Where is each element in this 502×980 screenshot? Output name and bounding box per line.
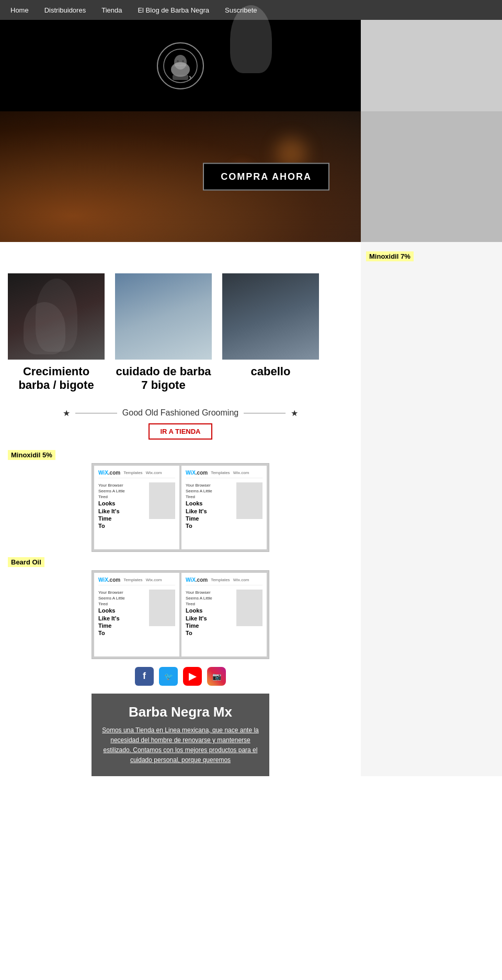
hero-section: COMPRA AHORA xyxy=(0,111,361,242)
nav-home[interactable]: Home xyxy=(10,6,29,14)
tienda-btn-wrap: IR A TIENDA xyxy=(0,423,361,440)
svg-point-2 xyxy=(174,55,187,70)
wix-text-1: Your BrowserSeems A LittleTired LooksLik… xyxy=(98,482,146,530)
logo xyxy=(157,42,204,89)
footer-description: Somos una Tienda en Linea mexicana, que … xyxy=(99,725,261,766)
wix-frame-4: WiX.com Templates Wix.com Your BrowserSe… xyxy=(181,573,267,656)
nav-distribuidores[interactable]: Distribuidores xyxy=(44,6,86,14)
ir-a-tienda-button[interactable]: IR A TIENDA xyxy=(149,423,212,440)
wix-text-3: Your BrowserSeems A LittleTired LooksLik… xyxy=(98,590,146,637)
hero-button-wrap: COMPRA AHORA xyxy=(203,163,329,191)
wix-frame-1: WiX.com Templates Wix.com Your BrowserSe… xyxy=(94,466,179,549)
tired-text-1a: Your BrowserSeems A LittleTired xyxy=(98,482,146,500)
product-card-3: cabello xyxy=(222,273,319,393)
wix-nav-wixcom-3: Wix.com xyxy=(146,578,162,582)
wix-placeholder-4 xyxy=(236,590,263,626)
wix-logo-4: WiX.com xyxy=(186,577,208,583)
page-wrapper: Home Distribuidores Tienda El Blog de Ba… xyxy=(0,0,502,776)
sidebar-content: Minoxidil 7% xyxy=(361,242,502,271)
svg-point-3 xyxy=(177,60,179,62)
beard-oil-section: Beard Oil xyxy=(0,554,361,570)
svg-rect-5 xyxy=(173,75,188,80)
wix-grid-top: WiX.com Templates Wix.com Your BrowserSe… xyxy=(92,463,269,552)
wix-nav-templates-4: Templates xyxy=(211,578,230,582)
wix-frame-2-header: WiX.com Templates Wix.com xyxy=(186,470,263,478)
wix-frame-3: WiX.com Templates Wix.com Your BrowserSe… xyxy=(94,573,179,656)
wix-logo-1: WiX.com xyxy=(98,470,120,476)
youtube-icon[interactable]: ▶ xyxy=(183,667,202,686)
wix-nav-templates-2: Templates xyxy=(211,470,230,475)
minoxidil7-label: Minoxidil 7% xyxy=(366,251,414,261)
header-black xyxy=(0,20,361,111)
wix-nav-wixcom-4: Wix.com xyxy=(233,578,249,582)
wix-nav-templates-1: Templates xyxy=(123,470,142,475)
looks-text-1a: LooksLike It'sTimeTo xyxy=(98,500,146,529)
looks-text-3a: LooksLike It'sTimeTo xyxy=(98,607,146,637)
wix-logo-3: WiX.com xyxy=(98,577,120,583)
wix-frame-4-content: Your BrowserSeems A LittleTired LooksLik… xyxy=(186,590,263,637)
twitter-icon[interactable]: 🐦 xyxy=(159,667,178,686)
wix-frame-2-content: Your BrowserSeems A LittleTired LooksLik… xyxy=(186,482,263,530)
line-right xyxy=(244,413,286,413)
instagram-icon[interactable]: 📷 xyxy=(207,667,226,686)
wix-frame-4-header: WiX.com Templates Wix.com xyxy=(186,577,263,585)
compra-ahora-button[interactable]: COMPRA AHORA xyxy=(203,163,329,191)
wix-placeholder-2 xyxy=(236,482,263,519)
tw-letter: 🐦 xyxy=(164,672,173,681)
wix-placeholder-1 xyxy=(149,482,175,519)
beard-oil-label: Beard Oil xyxy=(8,557,44,567)
wix-frame-3-header: WiX.com Templates Wix.com xyxy=(98,577,175,585)
tired-text-4a: Your BrowserSeems A LittleTired xyxy=(186,590,233,607)
social-bar: f 🐦 ▶ 📷 xyxy=(0,659,361,694)
wix-text-2: Your BrowserSeems A LittleTired LooksLik… xyxy=(186,482,233,530)
wix-frame-1-header: WiX.com Templates Wix.com xyxy=(98,470,175,478)
wix-text-4: Your BrowserSeems A LittleTired LooksLik… xyxy=(186,590,233,637)
grooming-text: Good Old Fashioned Grooming xyxy=(122,408,238,418)
looks-text-2a: LooksLike It'sTimeTo xyxy=(186,500,233,529)
facebook-icon[interactable]: f xyxy=(135,667,154,686)
sidebar-top-gray xyxy=(361,20,502,111)
yt-symbol: ▶ xyxy=(189,671,196,682)
tired-text-2a: Your BrowserSeems A LittleTired xyxy=(186,482,233,500)
product-image-3[interactable] xyxy=(222,273,319,360)
product-card-1: Crecimiento barba / bigote xyxy=(8,273,105,393)
sidebar-hero-gray xyxy=(361,111,502,242)
wix-placeholder-3 xyxy=(149,590,175,626)
line-left xyxy=(75,413,117,413)
wix-nav-wixcom-1: Wix.com xyxy=(146,470,162,475)
right-sidebar: Minoxidil 7% xyxy=(361,20,502,776)
wix-nav-templates-3: Templates xyxy=(123,578,142,582)
product-image-2[interactable] xyxy=(115,273,212,360)
nav-tienda[interactable]: Tienda xyxy=(101,6,122,14)
product-title-2: cuidado de barba 7 bigote xyxy=(115,365,212,393)
fb-letter: f xyxy=(143,671,146,682)
looks-text-4a: LooksLike It'sTimeTo xyxy=(186,607,233,637)
product-grid: Crecimiento barba / bigote cuidado de ba… xyxy=(0,273,361,393)
footer-section: Barba Negra Mx Somos una Tienda en Linea… xyxy=(92,694,269,776)
wix-grid-bottom: WiX.com Templates Wix.com Your BrowserSe… xyxy=(92,570,269,659)
minoxidil5-section: Minoxidil 5% xyxy=(0,450,361,463)
wix-frame-3-content: Your BrowserSeems A LittleTired LooksLik… xyxy=(98,590,175,637)
minoxidil5-label: Minoxidil 5% xyxy=(8,450,55,460)
nav-blog[interactable]: El Blog de Barba Negra xyxy=(138,6,209,14)
product-image-1[interactable] xyxy=(8,273,105,360)
tired-text-3a: Your BrowserSeems A LittleTired xyxy=(98,590,146,607)
ig-symbol: 📷 xyxy=(212,672,221,681)
star-right: ★ xyxy=(291,408,298,418)
top-row: COMPRA AHORA Crecimiento barba / bigote xyxy=(0,20,502,776)
product-title-3: cabello xyxy=(222,365,319,378)
product-title-1: Crecimiento barba / bigote xyxy=(8,365,105,393)
svg-point-4 xyxy=(182,60,184,62)
footer-title: Barba Negra Mx xyxy=(99,704,261,720)
wix-logo-2: WiX.com xyxy=(186,470,208,476)
wix-frame-2: WiX.com Templates Wix.com Your BrowserSe… xyxy=(181,466,267,549)
wix-nav-wixcom-2: Wix.com xyxy=(233,470,249,475)
star-left: ★ xyxy=(63,408,70,418)
wix-frame-1-content: Your BrowserSeems A LittleTired LooksLik… xyxy=(98,482,175,530)
product-card-2: cuidado de barba 7 bigote xyxy=(115,273,212,393)
grooming-banner: ★ Good Old Fashioned Grooming ★ xyxy=(0,408,361,418)
content-area: COMPRA AHORA Crecimiento barba / bigote xyxy=(0,20,361,776)
